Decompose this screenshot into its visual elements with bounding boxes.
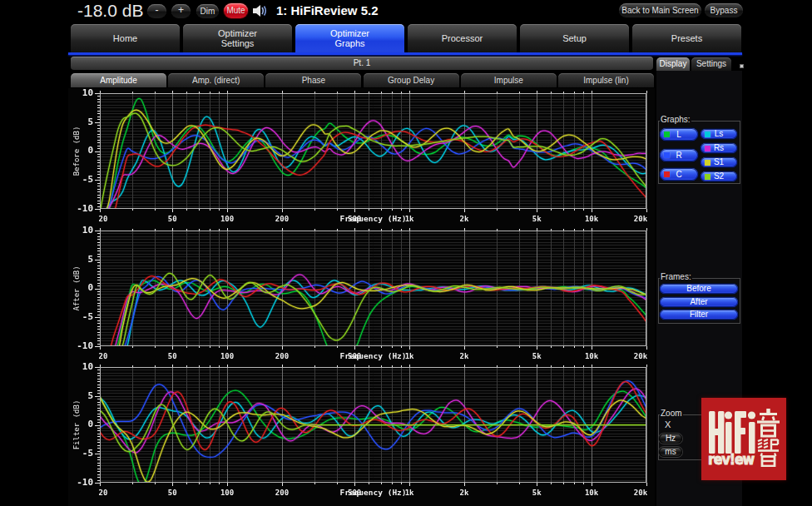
speaker-icon <box>252 4 269 17</box>
logo-review-text: rev!ew <box>708 450 754 468</box>
frame-toggle-filter[interactable]: Filter <box>660 310 738 320</box>
mute-button[interactable]: Mute <box>224 3 248 18</box>
main-tab-presets[interactable]: Presets <box>632 24 741 52</box>
main-tab-label: Optimizer Graphs <box>321 28 379 48</box>
channel-color-swatch <box>664 131 670 137</box>
channel-toggle-s1[interactable]: S1 <box>701 157 737 167</box>
graphs-group-legend: Graphs: <box>660 115 691 124</box>
app-title: 1: HiFiReview 5.2 <box>276 3 379 17</box>
panel-resize-handle[interactable] <box>740 64 744 68</box>
channel-color-swatch <box>705 131 710 137</box>
graph-tab-phase[interactable]: Phase <box>265 73 361 87</box>
channel-color-swatch <box>664 171 670 177</box>
zoom-unit-ms[interactable]: ms <box>659 447 682 457</box>
channel-toggle-s2[interactable]: S2 <box>701 171 737 181</box>
frames-group-legend: Frames: <box>660 272 692 281</box>
main-tab-optimizer-graphs[interactable]: Optimizer Graphs <box>295 24 404 52</box>
channel-color-swatch <box>705 174 710 180</box>
channel-color-swatch <box>705 146 710 151</box>
back-to-main-screen-button[interactable]: Back to Main Screen <box>619 3 701 17</box>
channel-toggle-c[interactable]: C <box>660 168 698 181</box>
top-bar: -18.0 dB - + Dim Mute 1: HiFiReview 5.2 … <box>0 0 812 24</box>
main-tab-home[interactable]: Home <box>71 24 180 52</box>
main-tab-label: Home <box>97 33 155 43</box>
side-tab-settings[interactable]: Settings <box>691 57 731 71</box>
logo-hifi-text <box>709 411 757 454</box>
main-tab-label: Setup <box>546 33 604 43</box>
app-root: {"top_bar":{"volume":"-18.0 dB","minus_l… <box>0 0 812 506</box>
main-tab-optimizer-settings[interactable]: Optimizer Settings <box>183 24 292 52</box>
graph-tab-group-delay[interactable]: Group Delay <box>364 73 459 87</box>
frequency-response-plots[interactable] <box>68 88 655 506</box>
dim-button[interactable]: Dim <box>196 4 219 18</box>
frame-toggle-before[interactable]: Before <box>660 284 738 294</box>
volume-up-button[interactable]: + <box>171 4 191 18</box>
graph-tab-amp-direct-[interactable]: Amp. (direct) <box>168 73 264 87</box>
volume-down-button[interactable]: - <box>147 4 166 18</box>
main-tab-label: Processor <box>433 33 492 43</box>
logo-cjk-characters <box>757 409 780 467</box>
main-tab-label: Presets <box>658 33 716 43</box>
channel-toggle-rs[interactable]: Rs <box>701 143 737 153</box>
graph-tab-amplitude[interactable]: Amplitude <box>71 73 166 87</box>
master-volume-display: -18.0 dB <box>77 1 143 21</box>
channel-color-swatch <box>664 152 670 158</box>
main-tab-setup[interactable]: Setup <box>520 24 629 52</box>
main-tab-processor[interactable]: Processor <box>408 24 517 52</box>
side-tab-display[interactable]: Display <box>656 57 690 71</box>
active-tab-underline <box>68 52 742 55</box>
zoom-axis-label: X <box>665 419 671 429</box>
frame-toggle-after[interactable]: After <box>660 297 738 307</box>
zoom-group-legend: Zoom <box>660 409 683 418</box>
channel-toggle-ls[interactable]: Ls <box>701 129 737 139</box>
channel-toggle-l[interactable]: L <box>660 128 698 141</box>
point-selector-bar[interactable]: Pt. 1 <box>71 57 653 70</box>
graph-tab-impulse[interactable]: Impulse <box>461 73 557 87</box>
graph-tab-impulse-lin-[interactable]: Impulse (lin) <box>558 73 654 87</box>
zoom-unit-Hz[interactable]: Hz <box>659 434 682 444</box>
main-tab-label: Optimizer Settings <box>209 28 267 48</box>
bypass-button[interactable]: Bypass <box>705 3 743 17</box>
channel-toggle-r[interactable]: R <box>660 149 698 161</box>
channel-color-swatch <box>705 160 710 166</box>
hifireview-watermark-logo: rev!ew <box>701 398 786 480</box>
